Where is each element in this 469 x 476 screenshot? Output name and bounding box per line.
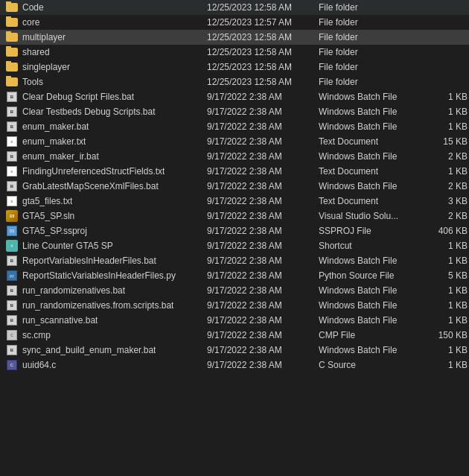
table-row[interactable]: Benum_maker.bat9/17/2022 2:38 AMWindows …: [0, 119, 469, 134]
file-type: File folder: [319, 62, 423, 72]
file-size: 1 KB: [423, 241, 468, 251]
file-name: Clear Debug Script Files.bat: [22, 92, 134, 102]
table-row[interactable]: SSGTA5_SP.ssproj9/17/2022 2:38 AMSSPROJ …: [0, 223, 469, 238]
table-row[interactable]: Cuuid64.c9/17/2022 2:38 AMC Source1 KB: [0, 358, 469, 372]
txt-icon: ≡: [6, 195, 18, 207]
file-name: ReportVariablesInHeaderFiles.bat: [22, 256, 156, 266]
file-type: Windows Batch File: [319, 181, 423, 191]
table-row[interactable]: Tools12/25/2023 12:58 AMFile folder: [0, 74, 469, 89]
file-size: 1 KB: [423, 285, 468, 296]
file-size: 2 KB: [423, 181, 468, 191]
file-date: 9/17/2022 2:38 AM: [207, 121, 319, 132]
file-date: 9/17/2022 2:38 AM: [207, 196, 319, 206]
file-name: singleplayer: [22, 62, 70, 72]
file-size: 406 KB: [423, 226, 468, 236]
file-size: 1 KB: [423, 107, 468, 117]
bat-icon: B: [6, 285, 18, 296]
file-type: File folder: [319, 17, 423, 28]
file-date: 9/17/2022 2:38 AM: [207, 315, 319, 326]
table-row[interactable]: ≡FindingUnreferencedStructFields.txt9/17…: [0, 164, 469, 179]
file-date: 9/17/2022 2:38 AM: [207, 256, 319, 266]
file-name: FindingUnreferencedStructFields.txt: [22, 166, 165, 177]
table-row[interactable]: G5GTA5_SP.sln9/17/2022 2:38 AMVisual Stu…: [0, 209, 469, 223]
file-name: sync_and_build_enum_maker.bat: [22, 345, 156, 355]
file-type: Text Document: [319, 196, 423, 206]
file-list: Code12/25/2023 12:58 AMFile foldercore12…: [0, 0, 469, 372]
py-icon: py: [6, 270, 18, 282]
file-name: Code: [22, 2, 44, 13]
bat-icon: B: [6, 106, 18, 118]
file-name: shared: [22, 47, 50, 57]
txt-icon: ≡: [6, 136, 18, 147]
table-row[interactable]: Csc.cmp9/17/2022 2:38 AMCMP File150 KB: [0, 328, 469, 343]
table-row[interactable]: ≡gta5_files.txt9/17/2022 2:38 AMText Doc…: [0, 194, 469, 209]
file-date: 9/17/2022 2:38 AM: [207, 300, 319, 311]
file-type: File folder: [319, 32, 423, 42]
file-name: core: [22, 17, 39, 28]
file-date: 9/17/2022 2:38 AM: [207, 226, 319, 236]
file-date: 9/17/2022 2:38 AM: [207, 136, 319, 147]
file-date: 9/17/2022 2:38 AM: [207, 211, 319, 221]
file-size: 1 KB: [423, 92, 468, 102]
table-row[interactable]: BClear Debug Script Files.bat9/17/2022 2…: [0, 89, 469, 104]
file-name: Line Counter GTA5 SP: [22, 241, 113, 251]
file-size: 15 KB: [423, 136, 468, 147]
file-name: enum_maker.bat: [22, 121, 89, 132]
file-size: 1 KB: [423, 360, 468, 370]
file-name: Clear Testbeds Debug Scripts.bat: [22, 107, 156, 117]
table-row[interactable]: core12/25/2023 12:57 AMFile folder: [0, 15, 469, 30]
table-row[interactable]: pyReportStaticVariablesInHeaderFiles.py9…: [0, 268, 469, 283]
file-name: GTA5_SP.sln: [22, 211, 74, 221]
file-size: 5 KB: [423, 270, 468, 281]
table-row[interactable]: Bsync_and_build_enum_maker.bat9/17/2022 …: [0, 343, 469, 358]
bat-icon: B: [6, 121, 18, 133]
file-size: 1 KB: [423, 121, 468, 132]
file-name: run_scannative.bat: [22, 315, 98, 326]
table-row[interactable]: BReportVariablesInHeaderFiles.bat9/17/20…: [0, 253, 469, 268]
file-name: GrabLatestMapSceneXmlFiles.bat: [22, 181, 159, 191]
file-size: 2 KB: [423, 151, 468, 162]
file-date: 9/17/2022 2:38 AM: [207, 181, 319, 191]
file-name: run_randomizenatives.from.scripts.bat: [22, 300, 173, 311]
file-name: uuid64.c: [22, 360, 56, 370]
table-row[interactable]: Benum_maker_ir.bat9/17/2022 2:38 AMWindo…: [0, 149, 469, 164]
bat-icon: B: [6, 299, 18, 311]
file-name: multiplayer: [22, 32, 66, 42]
file-size: 1 KB: [423, 166, 468, 177]
file-name: sc.cmp: [22, 330, 51, 340]
table-row[interactable]: Brun_randomizenatives.bat9/17/2022 2:38 …: [0, 283, 469, 298]
file-type: Windows Batch File: [319, 92, 423, 102]
file-type: Windows Batch File: [319, 121, 423, 132]
file-type: Windows Batch File: [319, 151, 423, 162]
table-row[interactable]: ≡enum_maker.txt9/17/2022 2:38 AMText Doc…: [0, 134, 469, 149]
table-row[interactable]: singleplayer12/25/2023 12:58 AMFile fold…: [0, 60, 469, 74]
gta5-icon: G5: [6, 210, 18, 222]
bat-icon: B: [6, 314, 18, 326]
txt-icon: ≡: [6, 165, 18, 177]
file-date: 12/25/2023 12:58 AM: [207, 32, 319, 42]
file-type: File folder: [319, 47, 423, 57]
file-type: Windows Batch File: [319, 315, 423, 326]
table-row[interactable]: BGrabLatestMapSceneXmlFiles.bat9/17/2022…: [0, 179, 469, 194]
table-row[interactable]: BClear Testbeds Debug Scripts.bat9/17/20…: [0, 104, 469, 119]
file-date: 12/25/2023 12:58 AM: [207, 2, 319, 13]
file-date: 9/17/2022 2:38 AM: [207, 241, 319, 251]
file-type: Windows Batch File: [319, 256, 423, 266]
table-row[interactable]: Code12/25/2023 12:58 AMFile folder: [0, 0, 469, 15]
file-name: ReportStaticVariablesInHeaderFiles.py: [22, 270, 176, 281]
file-name: Tools: [22, 77, 43, 87]
table-row[interactable]: #Line Counter GTA5 SP9/17/2022 2:38 AMSh…: [0, 238, 469, 253]
table-row[interactable]: shared12/25/2023 12:58 AMFile folder: [0, 45, 469, 60]
folder-icon: [6, 46, 18, 58]
file-type: C Source: [319, 360, 423, 370]
table-row[interactable]: Brun_scannative.bat9/17/2022 2:38 AMWind…: [0, 313, 469, 328]
file-date: 9/17/2022 2:38 AM: [207, 92, 319, 102]
counter-icon: #: [6, 240, 18, 252]
table-row[interactable]: Brun_randomizenatives.from.scripts.bat9/…: [0, 298, 469, 313]
table-row[interactable]: multiplayer12/25/2023 12:58 AMFile folde…: [0, 30, 469, 45]
file-date: 9/17/2022 2:38 AM: [207, 270, 319, 281]
file-type: File folder: [319, 77, 423, 87]
folder-icon: [6, 31, 18, 43]
file-date: 9/17/2022 2:38 AM: [207, 330, 319, 340]
file-type: Shortcut: [319, 241, 423, 251]
